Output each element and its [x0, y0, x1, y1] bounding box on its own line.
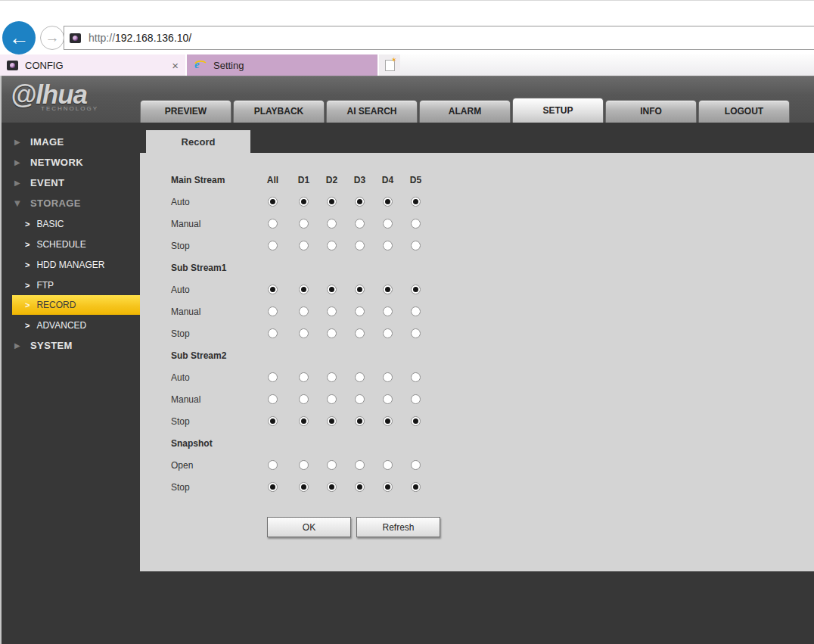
radio-sub-stream2-auto-d2[interactable]: [327, 372, 337, 382]
radio-snapshot-open-d3[interactable]: [355, 460, 365, 470]
radio-main-stream-auto-d2[interactable]: [327, 197, 337, 207]
radio-sub-stream1-stop-d3[interactable]: [355, 328, 365, 338]
radio-snapshot-stop-all[interactable]: [268, 482, 278, 492]
radio-sub-stream2-manual-all[interactable]: [268, 394, 278, 404]
radio-sub-stream1-stop-d1[interactable]: [299, 328, 309, 338]
radio-snapshot-open-all[interactable]: [268, 460, 278, 470]
radio-sub-stream2-auto-d4[interactable]: [383, 372, 393, 382]
radio-snapshot-open-d1[interactable]: [299, 460, 309, 470]
radio-main-stream-manual-all[interactable]: [268, 219, 278, 229]
radio-sub-stream1-stop-d5[interactable]: [411, 328, 421, 338]
radio-sub-stream2-stop-d5[interactable]: [411, 416, 421, 426]
radio-sub-stream1-manual-d2[interactable]: [327, 306, 337, 316]
radio-snapshot-open-d4[interactable]: [383, 460, 393, 470]
sidebar-item-schedule[interactable]: >SCHEDULE: [2, 234, 140, 254]
nav-tab-playback[interactable]: PLAYBACK: [233, 100, 325, 123]
radio-sub-stream2-stop-d2[interactable]: [327, 416, 337, 426]
refresh-button[interactable]: Refresh: [356, 517, 440, 537]
radio-sub-stream2-manual-d5[interactable]: [411, 394, 421, 404]
radio-sub-stream1-auto-d5[interactable]: [411, 285, 421, 294]
radio-main-stream-auto-all[interactable]: [268, 197, 278, 207]
radio-sub-stream2-stop-all[interactable]: [268, 416, 278, 426]
radio-snapshot-stop-d1[interactable]: [299, 482, 309, 492]
radio-sub-stream1-auto-all[interactable]: [268, 285, 278, 294]
radio-sub-stream1-auto-d4[interactable]: [383, 285, 393, 294]
radio-sub-stream1-manual-d5[interactable]: [411, 306, 421, 316]
radio-sub-stream1-auto-d2[interactable]: [327, 285, 337, 294]
sidebar-item-ftp[interactable]: >FTP: [2, 275, 140, 295]
radio-sub-stream2-auto-d5[interactable]: [411, 372, 421, 382]
radio-sub-stream1-manual-d1[interactable]: [299, 306, 309, 316]
radio-main-stream-manual-d4[interactable]: [383, 219, 393, 229]
radio-cell: [346, 482, 374, 492]
radio-cell: [402, 394, 430, 404]
radio-snapshot-stop-d5[interactable]: [411, 482, 421, 492]
sidebar-item-basic[interactable]: >BASIC: [2, 213, 140, 234]
radio-sub-stream2-manual-d1[interactable]: [299, 394, 309, 404]
radio-snapshot-open-d2[interactable]: [327, 460, 337, 470]
ok-button[interactable]: OK: [267, 517, 351, 537]
nav-tab-alarm[interactable]: ALARM: [419, 100, 511, 123]
sidebar-item-record[interactable]: >RECORD: [12, 295, 140, 315]
radio-sub-stream2-auto-all[interactable]: [268, 372, 278, 382]
radio-sub-stream1-auto-d3[interactable]: [355, 285, 365, 294]
radio-sub-stream1-manual-all[interactable]: [268, 306, 278, 316]
radio-snapshot-stop-d2[interactable]: [327, 482, 337, 492]
nav-tab-logout[interactable]: LOGOUT: [698, 100, 790, 123]
radio-main-stream-stop-d4[interactable]: [383, 241, 393, 250]
sidebar-item-advanced[interactable]: >ADVANCED: [2, 315, 140, 335]
radio-sub-stream2-manual-d2[interactable]: [327, 394, 337, 404]
radio-snapshot-open-d5[interactable]: [411, 460, 421, 470]
radio-sub-stream1-stop-d2[interactable]: [327, 328, 337, 338]
sidebar-item-network[interactable]: ▶NETWORK: [2, 152, 140, 173]
radio-snapshot-stop-d3[interactable]: [355, 482, 365, 492]
back-button[interactable]: ←: [2, 21, 36, 54]
radio-main-stream-stop-d1[interactable]: [299, 241, 309, 250]
sidebar-item-event[interactable]: ▶EVENT: [2, 173, 140, 193]
sidebar-item-system[interactable]: ▶SYSTEM: [2, 335, 140, 356]
option-row-sub-stream2-manual: Manual: [171, 388, 814, 410]
nav-tab-ai-search[interactable]: AI SEARCH: [326, 100, 418, 123]
radio-main-stream-manual-d2[interactable]: [327, 219, 337, 229]
option-row-label: Auto: [171, 285, 256, 295]
new-tab-button[interactable]: [377, 54, 400, 76]
radio-main-stream-auto-d3[interactable]: [355, 197, 365, 207]
forward-button[interactable]: →: [40, 26, 64, 50]
radio-main-stream-stop-all[interactable]: [268, 241, 278, 250]
radio-main-stream-auto-d1[interactable]: [299, 197, 309, 207]
radio-snapshot-stop-d4[interactable]: [383, 482, 393, 492]
nav-tab-info[interactable]: INFO: [605, 100, 697, 123]
radio-main-stream-manual-d5[interactable]: [411, 219, 421, 229]
browser-tab-setting[interactable]: e Setting: [187, 54, 377, 76]
radio-sub-stream2-stop-d1[interactable]: [299, 416, 309, 426]
radio-sub-stream1-stop-d4[interactable]: [383, 328, 393, 338]
radio-sub-stream2-manual-d3[interactable]: [355, 394, 365, 404]
radio-sub-stream2-auto-d3[interactable]: [355, 372, 365, 382]
close-tab-icon[interactable]: ×: [172, 59, 179, 72]
chevron-right-icon: >: [25, 260, 30, 269]
radio-sub-stream1-stop-all[interactable]: [268, 328, 278, 338]
radio-sub-stream1-manual-d4[interactable]: [383, 306, 393, 316]
address-bar[interactable]: http://192.168.136.10/: [64, 26, 814, 50]
sidebar-item-hdd-manager[interactable]: >HDD MANAGER: [2, 254, 140, 275]
radio-main-stream-auto-d4[interactable]: [383, 197, 393, 207]
radio-sub-stream2-stop-d4[interactable]: [383, 416, 393, 426]
browser-tab-config[interactable]: CONFIG ×: [0, 54, 187, 76]
nav-tab-setup[interactable]: SETUP: [512, 98, 604, 123]
radio-cell: [256, 306, 290, 316]
nav-tab-preview[interactable]: PREVIEW: [140, 100, 231, 123]
radio-sub-stream1-manual-d3[interactable]: [355, 306, 365, 316]
radio-sub-stream2-manual-d4[interactable]: [383, 394, 393, 404]
radio-main-stream-manual-d3[interactable]: [355, 219, 365, 229]
sidebar-item-storage[interactable]: ▼STORAGE: [2, 193, 140, 213]
radio-main-stream-stop-d3[interactable]: [355, 241, 365, 250]
radio-main-stream-stop-d5[interactable]: [411, 241, 421, 250]
radio-sub-stream2-stop-d3[interactable]: [355, 416, 365, 426]
radio-main-stream-manual-d1[interactable]: [299, 219, 309, 229]
radio-main-stream-stop-d2[interactable]: [327, 241, 337, 250]
radio-main-stream-auto-d5[interactable]: [411, 197, 421, 207]
radio-sub-stream2-auto-d1[interactable]: [299, 372, 309, 382]
sidebar-item-image[interactable]: ▶IMAGE: [2, 132, 140, 152]
tab-record[interactable]: Record: [146, 130, 250, 153]
radio-sub-stream1-auto-d1[interactable]: [299, 285, 309, 294]
